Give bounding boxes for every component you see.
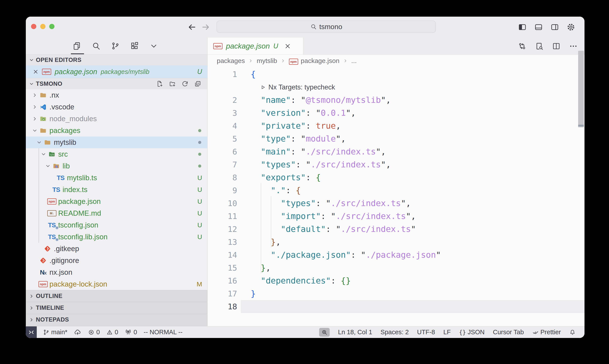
source-control-icon[interactable] — [111, 41, 120, 51]
code-line-16[interactable]: 16 "dependencies": {} — [207, 274, 584, 287]
chevron-down-icon[interactable] — [31, 127, 38, 134]
cursor-position-item[interactable]: Ln 18, Col 1 — [338, 329, 372, 336]
breadcrumb-item[interactable]: mytslib — [257, 57, 277, 65]
code-line-13[interactable]: 13 }, — [207, 235, 584, 248]
code-line-17[interactable]: 17} — [207, 287, 584, 300]
tree-item-tsconfig.lib.json[interactable]: TStsconfig.lib.jsonU — [26, 231, 207, 243]
line-number[interactable]: 15 — [207, 261, 237, 274]
line-number[interactable]: 18 — [207, 300, 237, 313]
line-number[interactable]: 9 — [207, 184, 237, 197]
toggle-secondary-sidebar-icon[interactable] — [550, 22, 559, 32]
explorer-files-icon[interactable] — [72, 41, 81, 51]
close-tab-icon[interactable] — [284, 42, 291, 50]
vim-mode-item[interactable]: -- NORMAL -- — [144, 329, 183, 336]
line-number[interactable]: 2 — [207, 94, 237, 106]
tab-package-json[interactable]: npm package.json U — [207, 38, 303, 54]
code-line-8[interactable]: 8 "exports": { — [207, 171, 584, 184]
line-number[interactable]: 16 — [207, 274, 237, 287]
warnings-item[interactable]: 0 — [106, 329, 118, 336]
line-number[interactable]: 4 — [207, 119, 237, 132]
publish-item[interactable] — [74, 329, 81, 336]
line-number[interactable]: 5 — [207, 132, 237, 145]
open-changes-icon[interactable] — [518, 41, 527, 51]
chevron-right-icon[interactable] — [31, 104, 38, 110]
tree-item-packages[interactable]: packages — [26, 125, 207, 136]
eol-item[interactable]: LF — [443, 329, 451, 336]
maximize-window-button[interactable] — [49, 24, 54, 29]
open-editors-header[interactable]: OPEN EDITORS — [26, 54, 207, 65]
line-number[interactable]: 8 — [207, 171, 237, 184]
code-line-6[interactable]: 6 "main": "./src/index.ts", — [207, 145, 584, 158]
code-line-10[interactable]: 10 "types": "./src/index.ts", — [207, 197, 584, 210]
chevron-right-icon[interactable] — [31, 92, 38, 98]
language-mode-item[interactable]: {} JSON — [459, 329, 485, 336]
line-number[interactable]: 10 — [207, 197, 237, 210]
code-line-2[interactable]: 2 "name": "@tsmono/mytslib", — [207, 94, 584, 106]
git-branch-item[interactable]: main* — [43, 329, 67, 336]
code-line-12[interactable]: 12 "default": "./src/index.ts" — [207, 223, 584, 235]
tree-item-nx.json[interactable]: Nxnx.json — [26, 266, 207, 278]
indentation-item[interactable]: Spaces: 2 — [381, 329, 409, 336]
tree-item-mytslib[interactable]: mytslib — [26, 136, 207, 148]
screencast-zoom-indicator[interactable] — [319, 328, 330, 337]
code-line-5[interactable]: 5 "type": "module", — [207, 132, 584, 145]
new-file-icon[interactable] — [156, 80, 163, 87]
encoding-item[interactable]: UTF-8 — [417, 329, 435, 336]
tree-item-.gitkeep[interactable]: .gitkeep — [26, 243, 207, 255]
navigate-back-icon[interactable] — [186, 21, 197, 33]
tree-item-lib[interactable]: lib — [26, 160, 207, 172]
command-center-search[interactable]: tsmono — [217, 21, 436, 33]
minimize-window-button[interactable] — [40, 24, 46, 29]
editor-scrollbar-thumb[interactable] — [578, 51, 584, 127]
section-header-notepads[interactable]: NOTEPADS — [26, 314, 207, 325]
remote-indicator[interactable] — [26, 326, 37, 338]
code-line-3[interactable]: 3 "version": "0.0.1", — [207, 106, 584, 119]
chevron-down-icon[interactable] — [36, 139, 42, 146]
breadcrumb-item[interactable]: ... — [351, 57, 357, 65]
formatter-item[interactable]: Prettier — [532, 329, 561, 336]
settings-gear-icon[interactable] — [566, 22, 576, 32]
codelens-nx-targets[interactable]: Nx Targets: typecheck — [207, 81, 584, 94]
search-view-icon[interactable] — [91, 41, 101, 51]
tree-item-.gitignore[interactable]: .gitignore — [26, 255, 207, 266]
toggle-primary-sidebar-icon[interactable] — [518, 22, 527, 32]
line-number[interactable]: 3 — [207, 106, 237, 119]
line-number[interactable]: 14 — [207, 248, 237, 261]
breadcrumb-item[interactable]: packages — [217, 57, 245, 65]
line-number[interactable]: 7 — [207, 158, 237, 171]
ports-item[interactable]: 0 — [125, 329, 137, 336]
notifications-item[interactable] — [569, 329, 576, 336]
section-header-timeline[interactable]: TIMELINE — [26, 302, 207, 314]
code-line-9[interactable]: 9 ".": { — [207, 184, 584, 197]
code-line-4[interactable]: 4 "private": true, — [207, 119, 584, 132]
extensions-icon[interactable] — [130, 41, 139, 51]
tree-item-package-lock.json[interactable]: npmpackage-lock.jsonM — [26, 278, 207, 290]
open-editor-item[interactable]: npm package.json packages/mytslib U — [26, 65, 207, 78]
code-line-15[interactable]: 15 }, — [207, 261, 584, 274]
toggle-panel-icon[interactable] — [534, 22, 543, 32]
close-editor-icon[interactable] — [33, 69, 39, 75]
section-header-outline[interactable]: OUTLINE — [26, 290, 207, 302]
collapse-all-icon[interactable] — [194, 80, 201, 87]
breadcrumb-item[interactable]: npmpackage.json — [289, 57, 339, 65]
more-actions-icon[interactable] — [569, 41, 578, 51]
navigate-forward-icon[interactable] — [200, 21, 211, 33]
line-number[interactable]: 13 — [207, 235, 237, 248]
tree-item-index.ts[interactable]: TSindex.tsU — [26, 184, 207, 195]
tree-item-src[interactable]: </>src — [26, 148, 207, 160]
split-editor-icon[interactable] — [552, 41, 561, 51]
tree-item-mytslib.ts[interactable]: TSmytslib.tsU — [26, 172, 207, 184]
errors-item[interactable]: 0 — [88, 329, 100, 336]
tree-item-package.json[interactable]: npmpackage.jsonU — [26, 195, 207, 207]
code-line-18[interactable]: 18 — [207, 300, 584, 313]
more-views-chevron-icon[interactable] — [149, 41, 158, 51]
refresh-icon[interactable] — [181, 80, 189, 87]
tree-item-readme.md[interactable]: M↓README.mdU — [26, 207, 207, 219]
line-number[interactable]: 11 — [207, 210, 237, 223]
tree-item-node-modules[interactable]: jsnode_modules — [26, 113, 207, 125]
close-window-button[interactable] — [31, 24, 36, 29]
line-number[interactable]: 12 — [207, 223, 237, 235]
explorer-section-header[interactable]: TSMONO — [26, 78, 207, 89]
chevron-down-icon[interactable] — [45, 163, 51, 169]
code-line-1[interactable]: 1{ — [207, 68, 584, 81]
